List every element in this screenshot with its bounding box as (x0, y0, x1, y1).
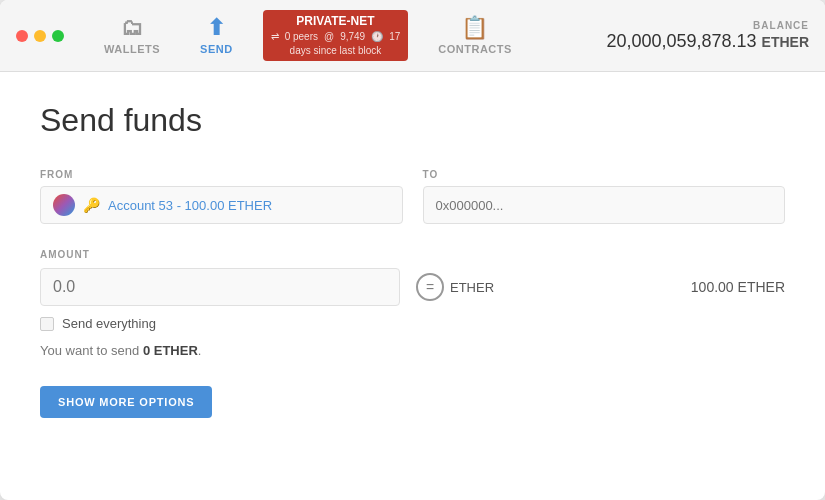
send-everything-label: Send everything (62, 316, 156, 331)
days-since: 17 (389, 31, 400, 43)
balance-currency: ETHER (762, 34, 809, 50)
days-label: days since last block (290, 45, 382, 57)
balance-number: 20,000,059,878.13 (606, 31, 756, 51)
network-name: PRIVATE-NET (296, 14, 374, 28)
to-group: TO (423, 169, 786, 224)
amount-input-wrap (40, 268, 400, 306)
blocks-icon: @ (324, 31, 334, 43)
nav-label-wallets: WALLETS (104, 43, 160, 55)
maximize-button[interactable] (52, 30, 64, 42)
network-badge: PRIVATE-NET ⇌ 0 peers @ 9,749 🕐 17 days … (263, 10, 409, 60)
send-info: You want to send 0 ETHER. (40, 343, 785, 358)
nav-label-send: SEND (200, 43, 233, 55)
amount-section: AMOUNT = ETHER 100.00 ETHER Send everyth… (40, 244, 785, 358)
titlebar: 🗂 WALLETS ⬆ SEND PRIVATE-NET ⇌ 0 peers @… (0, 0, 825, 72)
navbar: 🗂 WALLETS ⬆ SEND PRIVATE-NET ⇌ 0 peers @… (84, 9, 606, 63)
clock-icon: 🕐 (371, 31, 383, 43)
peers-count: 0 peers (285, 31, 318, 43)
currency-label: ETHER (450, 280, 494, 295)
currency-select[interactable]: = ETHER (416, 273, 494, 301)
account-avatar (53, 194, 75, 216)
account-balance-display: 100.00 ETHER (691, 279, 785, 295)
from-to-row: FROM 🔑 Account 53 - 100.00 ETHER TO (40, 169, 785, 224)
account-text: Account 53 - 100.00 ETHER (108, 198, 272, 213)
nav-item-wallets[interactable]: 🗂 WALLETS (84, 9, 180, 63)
from-group: FROM 🔑 Account 53 - 100.00 ETHER (40, 169, 403, 224)
send-info-prefix: You want to send (40, 343, 143, 358)
amount-row: = ETHER 100.00 ETHER (40, 268, 785, 306)
title-suffix: funds (124, 102, 202, 138)
key-icon: 🔑 (83, 197, 100, 213)
balance-section: BALANCE 20,000,059,878.13 ETHER (606, 20, 809, 52)
app-window: 🗂 WALLETS ⬆ SEND PRIVATE-NET ⇌ 0 peers @… (0, 0, 825, 500)
to-input[interactable] (423, 186, 786, 224)
amount-label: AMOUNT (40, 249, 90, 260)
minimize-button[interactable] (34, 30, 46, 42)
peers-icon: ⇌ (271, 31, 279, 43)
title-prefix: Send (40, 102, 115, 138)
send-everything-checkbox[interactable] (40, 317, 54, 331)
nav-item-contracts[interactable]: 📋 CONTRACTS (418, 9, 532, 63)
to-label: TO (423, 169, 786, 180)
nav-item-send[interactable]: ⬆ SEND (180, 9, 253, 63)
send-info-amount: 0 ETHER (143, 343, 198, 358)
send-icon: ⬆ (207, 17, 226, 39)
blocks-count: 9,749 (340, 31, 365, 43)
nav-label-contracts: CONTRACTS (438, 43, 512, 55)
main-content: Send funds FROM 🔑 Account 53 - 100.00 ET… (0, 72, 825, 500)
balance-amount: 20,000,059,878.13 ETHER (606, 31, 809, 52)
send-info-suffix: . (198, 343, 202, 358)
from-field[interactable]: 🔑 Account 53 - 100.00 ETHER (40, 186, 403, 224)
send-everything-row: Send everything (40, 316, 785, 331)
balance-label: BALANCE (606, 20, 809, 31)
traffic-lights (16, 30, 64, 42)
currency-circle-icon: = (416, 273, 444, 301)
close-button[interactable] (16, 30, 28, 42)
contracts-icon: 📋 (461, 17, 489, 39)
amount-input[interactable] (40, 268, 400, 306)
network-info: ⇌ 0 peers @ 9,749 🕐 17 (271, 31, 401, 43)
page-title: Send funds (40, 102, 785, 139)
show-options-button[interactable]: SHOW MORE OPTIONS (40, 386, 212, 418)
wallets-icon: 🗂 (121, 17, 144, 39)
from-label: FROM (40, 169, 403, 180)
